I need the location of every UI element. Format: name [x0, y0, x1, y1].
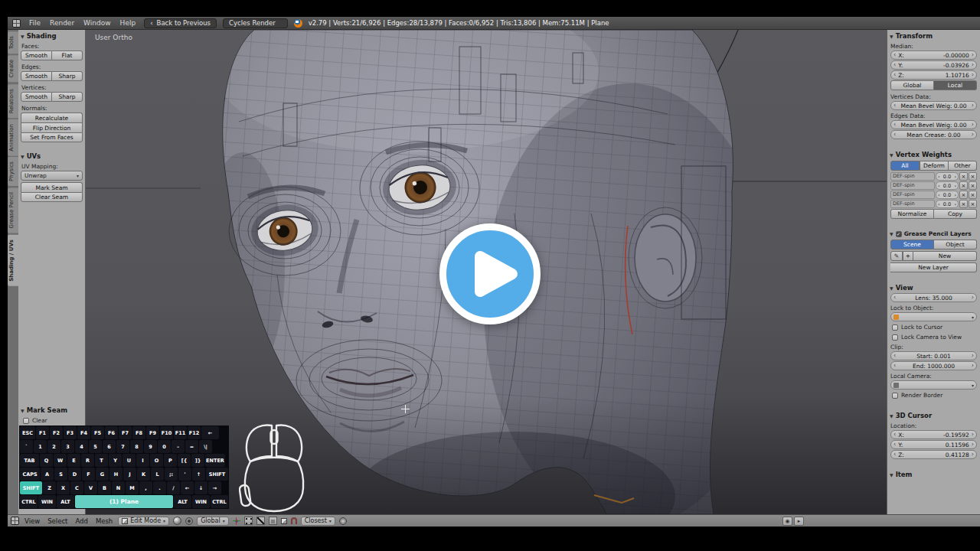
- lock-camera-checkbox[interactable]: [892, 334, 898, 341]
- local-toggle[interactable]: Local: [934, 80, 977, 90]
- decrement-arrow-icon[interactable]: ‹: [893, 132, 896, 138]
- menu-help[interactable]: Help: [118, 19, 139, 27]
- proportional-edit-button[interactable]: [339, 517, 347, 525]
- copy-button[interactable]: Copy: [934, 209, 977, 219]
- vertices-sharp-button[interactable]: Sharp: [52, 92, 83, 102]
- decrement-arrow-icon[interactable]: ‹: [893, 122, 896, 128]
- increment-arrow-icon[interactable]: ›: [972, 122, 974, 128]
- orientation-select[interactable]: Global ▾: [197, 517, 229, 526]
- gp-draw-icon[interactable]: ✎: [890, 251, 903, 261]
- uvs-panel-header[interactable]: ▼ UVs: [18, 150, 85, 161]
- increment-arrow-icon[interactable]: ›: [954, 201, 956, 207]
- increment-arrow-icon[interactable]: ›: [954, 192, 956, 198]
- decrement-arrow-icon[interactable]: ‹: [893, 52, 896, 58]
- increment-arrow-icon[interactable]: ›: [972, 442, 974, 448]
- editor-type-icon[interactable]: [12, 19, 21, 28]
- cursor-x-field[interactable]: ‹ X: -0.19592 ›: [890, 430, 977, 439]
- tab-all[interactable]: All: [890, 161, 920, 171]
- menu-file[interactable]: File: [27, 19, 43, 27]
- clear-checkbox[interactable]: [23, 418, 29, 424]
- editor-type-button[interactable]: [11, 517, 19, 525]
- footer-menu-mesh[interactable]: Mesh: [94, 517, 114, 525]
- faces-flat-button[interactable]: Flat: [52, 51, 83, 60]
- median-x-field[interactable]: ‹ X: -0.00000 ›: [890, 51, 977, 60]
- mean-crease-field[interactable]: ‹ Mean Crease: 0.00 ›: [890, 130, 977, 139]
- gp-new-button[interactable]: New: [913, 251, 977, 261]
- normalize-button[interactable]: Normalize: [890, 209, 934, 219]
- tool-tab-grease-pencil[interactable]: Grease Pencil: [8, 187, 18, 233]
- tool-tab-animation[interactable]: Animation: [8, 119, 18, 156]
- footer-menu-select[interactable]: Select: [46, 517, 69, 525]
- vertex-weight-value[interactable]: ‹0.0›: [936, 191, 959, 199]
- tab-other[interactable]: Other: [949, 161, 977, 171]
- clip-start-field[interactable]: ‹ Start: 0.001 ›: [890, 351, 977, 360]
- cursor-z-field[interactable]: ‹ Z: 0.41128 ›: [890, 450, 977, 459]
- tab-deform[interactable]: Deform: [920, 161, 949, 171]
- mean-bevel-edge-field[interactable]: ‹ Mean Bevel Weig: 0.00 ›: [890, 120, 977, 129]
- video-play-button[interactable]: [439, 223, 541, 324]
- vertices-smooth-button[interactable]: Smooth: [21, 92, 52, 102]
- cursor-panel-header[interactable]: ▼ 3D Cursor: [887, 409, 980, 421]
- decrement-arrow-icon[interactable]: ‹: [938, 192, 940, 198]
- decrement-arrow-icon[interactable]: ‹: [893, 72, 896, 78]
- median-y-field[interactable]: ‹ Y: -0.03926 ›: [890, 60, 977, 70]
- tool-tab-relations[interactable]: Relations: [8, 84, 18, 118]
- delete-weight-button[interactable]: ×: [969, 191, 977, 199]
- decrement-arrow-icon[interactable]: ‹: [938, 183, 940, 189]
- decrement-arrow-icon[interactable]: ‹: [893, 452, 896, 458]
- gp-add-icon[interactable]: +: [903, 251, 913, 261]
- tab-object[interactable]: Object: [934, 240, 977, 249]
- increment-arrow-icon[interactable]: ›: [972, 432, 974, 438]
- render-opengl-still-button[interactable]: ◉: [782, 517, 792, 526]
- new-layer-button[interactable]: New Layer: [890, 262, 977, 272]
- decrement-arrow-icon[interactable]: ‹: [893, 442, 896, 448]
- item-panel-header[interactable]: ▼ Item: [887, 468, 980, 480]
- viewport-shading-button[interactable]: [173, 517, 181, 525]
- tool-tab-create[interactable]: Create: [8, 55, 18, 82]
- pivot-point-button[interactable]: [185, 517, 193, 525]
- faces-smooth-button[interactable]: Smooth: [21, 51, 52, 60]
- shading-panel-header[interactable]: ▼ Shading: [18, 30, 85, 41]
- menu-window[interactable]: Window: [81, 19, 113, 27]
- increment-arrow-icon[interactable]: ›: [972, 132, 974, 138]
- unwrap-dropdown[interactable]: Unwrap ▾: [21, 171, 83, 181]
- decrement-arrow-icon[interactable]: ‹: [893, 62, 896, 68]
- median-z-field[interactable]: ‹ Z: 1.10716 ›: [890, 70, 977, 80]
- increment-arrow-icon[interactable]: ›: [972, 103, 974, 109]
- decrement-arrow-icon[interactable]: ‹: [938, 174, 940, 180]
- clip-end-field[interactable]: ‹ End: 1000.000 ›: [890, 361, 977, 370]
- decrement-arrow-icon[interactable]: ‹: [893, 295, 896, 301]
- increment-arrow-icon[interactable]: ›: [972, 363, 974, 369]
- edges-smooth-button[interactable]: Smooth: [21, 71, 52, 81]
- tool-tab-shading-uvs[interactable]: Shading / UVs: [8, 235, 18, 286]
- cursor-y-field[interactable]: ‹ Y: 0.11596 ›: [890, 440, 977, 449]
- local-camera-field[interactable]: ▾: [890, 380, 977, 390]
- increment-arrow-icon[interactable]: ›: [972, 452, 974, 458]
- global-toggle[interactable]: Global: [890, 80, 934, 90]
- decrement-arrow-icon[interactable]: ‹: [893, 353, 896, 359]
- render-opengl-anim-button[interactable]: ▸: [794, 517, 804, 526]
- decrement-arrow-icon[interactable]: ‹: [893, 103, 896, 109]
- mark-seam-button[interactable]: Mark Seam: [21, 182, 83, 192]
- increment-arrow-icon[interactable]: ›: [972, 295, 974, 301]
- lens-field[interactable]: ‹ Lens: 35.000 ›: [890, 293, 977, 302]
- render-engine-select[interactable]: Cycles Render ▾: [223, 18, 288, 28]
- delete-weight-button[interactable]: ×: [969, 200, 977, 208]
- render-border-checkbox[interactable]: [892, 393, 898, 399]
- flip-direction-button[interactable]: Flip Direction: [21, 122, 83, 132]
- tool-tab-physics[interactable]: Physics: [8, 157, 18, 186]
- increment-arrow-icon[interactable]: ›: [972, 72, 974, 78]
- clear-seam-button[interactable]: Clear Seam: [21, 192, 83, 202]
- footer-menu-view[interactable]: View: [23, 517, 41, 525]
- recalculate-normals-button[interactable]: Recalculate: [21, 112, 83, 122]
- edges-sharp-button[interactable]: Sharp: [52, 71, 83, 81]
- decrement-arrow-icon[interactable]: ‹: [893, 432, 896, 438]
- remove-weight-button[interactable]: ×: [959, 172, 968, 181]
- mark-seam-panel-header[interactable]: ▼ Mark Seam: [18, 404, 85, 416]
- transform-panel-header[interactable]: ▼ Transform: [887, 30, 980, 41]
- vertex-weights-panel-header[interactable]: ▼ Vertex Weights: [887, 148, 980, 160]
- footer-menu-add[interactable]: Add: [74, 517, 89, 525]
- lock-to-cursor-checkbox[interactable]: [892, 324, 898, 331]
- set-from-faces-button[interactable]: Set From Faces: [21, 132, 83, 142]
- tool-tab-tools[interactable]: Tools: [8, 31, 18, 54]
